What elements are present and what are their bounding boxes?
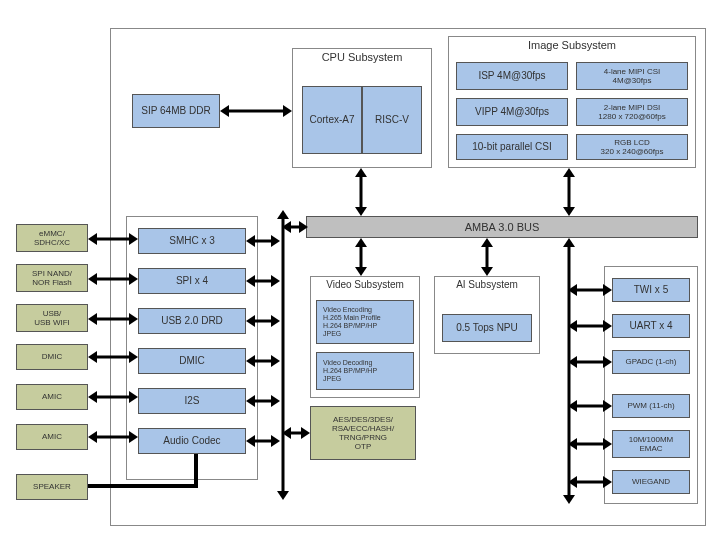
isp: ISP 4M@30fps bbox=[456, 62, 568, 90]
arrow-dmic bbox=[246, 354, 280, 368]
gpadc: GPADC (1-ch) bbox=[612, 350, 690, 374]
npu: 0.5 Tops NPU bbox=[442, 314, 532, 342]
arrow-i2s bbox=[246, 394, 280, 408]
cpu-core-a7: Cortex-A7 bbox=[302, 86, 362, 154]
arrow-ext-spi bbox=[88, 272, 138, 286]
rgb-lcd: RGB LCD 320 x 240@60fps bbox=[576, 134, 688, 160]
ext-emmc: eMMC/ SDHC/XC bbox=[16, 224, 88, 252]
parallel-csi: 10-bit parallel CSI bbox=[456, 134, 568, 160]
image-subsystem-title: Image Subsystem bbox=[449, 39, 695, 51]
arrow-trunk-crypto bbox=[282, 426, 310, 440]
arrow-audio bbox=[246, 434, 280, 448]
video-subsystem-title: Video Subsystem bbox=[311, 279, 419, 290]
dmic-internal: DMIC bbox=[138, 348, 246, 374]
mipi-csi: 4-lane MIPI CSI 4M@30fps bbox=[576, 62, 688, 90]
arrow-ext-amic2 bbox=[88, 430, 138, 444]
arrow-image-bus bbox=[562, 168, 576, 216]
mipi-dsi: 2-lane MIPI DSI 1280 x 720@60fps bbox=[576, 98, 688, 126]
ext-dmic: DMIC bbox=[16, 344, 88, 370]
sip-ddr: SIP 64MB DDR bbox=[132, 94, 220, 128]
ext-usb-wifi: USB/ USB WIFI bbox=[16, 304, 88, 332]
audio-codec: Audio Codec bbox=[138, 428, 246, 454]
i2s: I2S bbox=[138, 388, 246, 414]
usb-drd: USB 2.0 DRD bbox=[138, 308, 246, 334]
vipp: VIPP 4M@30fps bbox=[456, 98, 568, 126]
arrow-ext-usb bbox=[88, 312, 138, 326]
pwm: PWM (11-ch) bbox=[612, 394, 690, 418]
arrow-cpu-bus bbox=[354, 168, 368, 216]
audio-speaker-connector-h bbox=[88, 484, 198, 488]
ext-amic-1: AMIC bbox=[16, 384, 88, 410]
uart: UART x 4 bbox=[612, 314, 690, 338]
ext-spi-flash: SPI NAND/ NOR Flash bbox=[16, 264, 88, 292]
arrow-spi bbox=[246, 274, 280, 288]
cpu-core-riscv: RISC-V bbox=[362, 86, 422, 154]
arrow-r-pwm bbox=[568, 400, 612, 412]
arrow-r-twi bbox=[568, 284, 612, 296]
arrow-r-gpadc bbox=[568, 356, 612, 368]
crypto-block: AES/DES/3DES/ RSA/ECC/HASH/ TRNG/PRNG OT… bbox=[310, 406, 416, 460]
arrow-bus-right bbox=[562, 238, 576, 504]
arrow-smhc bbox=[246, 234, 280, 248]
spi: SPI x 4 bbox=[138, 268, 246, 294]
ext-amic-2: AMIC bbox=[16, 424, 88, 450]
arrow-r-wiegand bbox=[568, 476, 612, 488]
ai-subsystem-title: AI Subsystem bbox=[435, 279, 539, 290]
arrow-bus-video bbox=[354, 238, 368, 276]
emac: 10M/100MM EMAC bbox=[612, 430, 690, 458]
arrow-sip-cpu bbox=[220, 104, 292, 118]
arrow-r-emac bbox=[568, 438, 612, 450]
smhc: SMHC x 3 bbox=[138, 228, 246, 254]
arrow-bus-ai bbox=[480, 238, 494, 276]
arrow-r-uart bbox=[568, 320, 612, 332]
amba-bus: AMBA 3.0 BUS bbox=[306, 216, 698, 238]
arrow-ext-dmic bbox=[88, 350, 138, 364]
twi: TWI x 5 bbox=[612, 278, 690, 302]
wiegand: WIEGAND bbox=[612, 470, 690, 494]
ext-speaker: SPEAKER bbox=[16, 474, 88, 500]
video-decoding: Video Decoding H.264 BP/MP/HP JPEG bbox=[316, 352, 414, 390]
video-encoding: Video Encoding H.265 Main Profile H.264 … bbox=[316, 300, 414, 344]
arrow-usb bbox=[246, 314, 280, 328]
cpu-subsystem-title: CPU Subsystem bbox=[293, 51, 431, 63]
arrow-ext-amic1 bbox=[88, 390, 138, 404]
arrow-ext-emmc bbox=[88, 232, 138, 246]
audio-speaker-connector-v bbox=[194, 454, 198, 486]
arrow-trunk-bus bbox=[282, 220, 308, 234]
